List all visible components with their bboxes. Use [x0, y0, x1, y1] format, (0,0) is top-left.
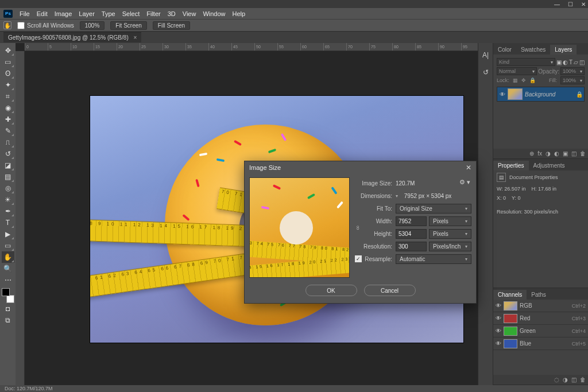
quick-mask-toggle[interactable]: ◘ [2, 303, 14, 315]
history-panel-icon[interactable]: ↺ [483, 68, 489, 76]
filter-image-icon[interactable]: ▣ [556, 59, 562, 65]
pen-tool[interactable]: ✒ [2, 205, 14, 217]
edit-toolbar-button[interactable]: ⋯ [2, 274, 14, 286]
background-color-swatch[interactable] [6, 295, 14, 303]
channel-visibility-icon[interactable]: 👁 [496, 302, 501, 309]
healing-tool[interactable]: ✚ [2, 114, 14, 125]
channel-red[interactable]: 👁 RedCtrl+3 [493, 312, 588, 325]
layer-kind-filter[interactable]: Kind▾ [497, 58, 555, 66]
menu-edit[interactable]: Edit [37, 10, 48, 17]
menu-image[interactable]: Image [55, 10, 72, 17]
resolution-unit-select[interactable]: Pixels/Inch▾ [429, 242, 471, 251]
new-channel-icon[interactable]: ◫ [571, 377, 577, 383]
tab-properties[interactable]: Properties [493, 161, 529, 170]
dialog-settings-icon[interactable]: ⚙ ▾ [459, 178, 470, 186]
gradient-tool[interactable]: ▤ [2, 171, 14, 183]
filter-smart-icon[interactable]: ◫ [579, 59, 585, 65]
width-input[interactable] [396, 216, 427, 226]
tab-paths[interactable]: Paths [527, 290, 551, 300]
path-select-tool[interactable]: ▶ [2, 228, 14, 240]
brush-tool[interactable]: ✎ [2, 125, 14, 137]
eraser-tool[interactable]: ◪ [2, 160, 14, 171]
blur-tool[interactable]: ◎ [2, 183, 14, 194]
width-unit-select[interactable]: Pixels▾ [429, 216, 471, 226]
menu-help[interactable]: Help [233, 10, 246, 17]
lock-position-icon[interactable]: ✥ [521, 77, 526, 83]
load-selection-icon[interactable]: ◌ [554, 377, 559, 383]
height-input[interactable] [396, 229, 427, 239]
menu-type[interactable]: Type [102, 10, 115, 17]
history-brush-tool[interactable]: ↺ [2, 148, 14, 160]
layer-group-icon[interactable]: ▣ [563, 150, 568, 157]
current-tool-icon[interactable]: ✋ [3, 21, 11, 29]
layer-thumbnail[interactable] [508, 88, 523, 100]
layer-name[interactable]: Background [525, 91, 575, 98]
stamp-tool[interactable]: ⎍ [2, 137, 14, 148]
window-minimize-button[interactable]: — [554, 1, 560, 7]
crop-tool[interactable]: ⌗ [2, 91, 14, 102]
menu-file[interactable]: File [20, 10, 30, 17]
hand-tool[interactable]: ✋ [2, 251, 14, 263]
dialog-close-button[interactable]: ✕ [466, 164, 471, 172]
type-tool[interactable]: T [2, 217, 14, 228]
text-tool-panel-icon[interactable]: A| [482, 51, 489, 59]
ok-button[interactable]: OK [305, 285, 357, 296]
screen-mode-toggle[interactable]: ⧉ [2, 315, 14, 326]
quick-select-tool[interactable]: ✦ [2, 79, 14, 91]
filter-type-icon[interactable]: T [569, 59, 572, 65]
tab-swatches[interactable]: Swatches [516, 45, 550, 55]
tab-color[interactable]: Color [493, 45, 516, 55]
color-swatches[interactable] [2, 288, 14, 303]
menu-view[interactable]: View [183, 10, 196, 17]
tab-layers[interactable]: Layers [550, 45, 577, 55]
adjustment-layer-icon[interactable]: ◐ [554, 150, 559, 157]
fill-input[interactable]: 100%▾ [560, 76, 585, 84]
channel-visibility-icon[interactable]: 👁 [496, 340, 501, 347]
zoom-tool[interactable]: 🔍 [2, 263, 14, 274]
channel-rgb[interactable]: 👁 RGBCtrl+2 [493, 300, 588, 312]
dimensions-unit-dropdown[interactable]: ▾ [396, 193, 398, 199]
foreground-color-swatch[interactable] [2, 288, 10, 296]
cancel-button[interactable]: Cancel [364, 285, 416, 296]
lock-all-icon[interactable]: 🔒 [529, 77, 536, 83]
height-unit-select[interactable]: Pixels▾ [429, 229, 471, 239]
delete-channel-icon[interactable]: 🗑 [580, 377, 586, 383]
shape-tool[interactable]: ▭ [2, 240, 14, 251]
resample-method-select[interactable]: Automatic▾ [396, 254, 471, 264]
layer-mask-icon[interactable]: ◑ [546, 150, 551, 157]
marquee-tool[interactable]: ▭ [2, 56, 14, 68]
layer-visibility-icon[interactable]: 👁 [497, 91, 508, 98]
opacity-input[interactable]: 100%▾ [560, 67, 585, 75]
menu-layer[interactable]: Layer [79, 10, 95, 17]
channel-blue[interactable]: 👁 BlueCtrl+5 [493, 337, 588, 350]
document-tab[interactable]: GettyImages-900576808.jpg @ 12.5% (RGB/8… [3, 32, 141, 42]
menu-3d[interactable]: 3D [168, 10, 176, 17]
menu-filter[interactable]: Filter [146, 10, 160, 17]
resolution-input[interactable] [396, 242, 427, 251]
new-layer-icon[interactable]: ◫ [571, 150, 577, 157]
menu-select[interactable]: Select [122, 10, 140, 17]
menu-window[interactable]: Window [203, 10, 225, 17]
filter-adjust-icon[interactable]: ◐ [563, 59, 568, 65]
layer-fx-icon[interactable]: fx [537, 150, 542, 157]
save-selection-icon[interactable]: ◑ [563, 377, 568, 383]
link-layers-icon[interactable]: ⊕ [529, 150, 534, 157]
scroll-all-windows-checkbox[interactable]: Scroll All Windows [17, 22, 74, 29]
window-maximize-button[interactable]: ☐ [568, 1, 573, 7]
channel-visibility-icon[interactable]: 👁 [496, 315, 501, 321]
delete-layer-icon[interactable]: 🗑 [580, 150, 586, 157]
zoom-preset-button[interactable]: 100% [80, 21, 105, 30]
window-close-button[interactable]: ✕ [581, 1, 586, 7]
fill-screen-button[interactable]: Fill Screen [153, 21, 190, 30]
tab-channels[interactable]: Channels [493, 290, 527, 300]
constrain-proportions-icon[interactable]: 𝟾 [354, 216, 361, 239]
eyedropper-tool[interactable]: ◉ [2, 102, 14, 114]
lock-pixels-icon[interactable]: ▦ [513, 77, 518, 83]
channel-visibility-icon[interactable]: 👁 [496, 328, 501, 334]
fit-to-select[interactable]: Original Size▾ [396, 204, 471, 214]
layer-row-background[interactable]: 👁 Background 🔒 [497, 87, 585, 102]
dodge-tool[interactable]: ☀ [2, 194, 14, 205]
channel-green[interactable]: 👁 GreenCtrl+4 [493, 325, 588, 337]
lasso-tool[interactable]: ʘ [2, 68, 14, 79]
move-tool[interactable]: ✥ [2, 45, 14, 56]
